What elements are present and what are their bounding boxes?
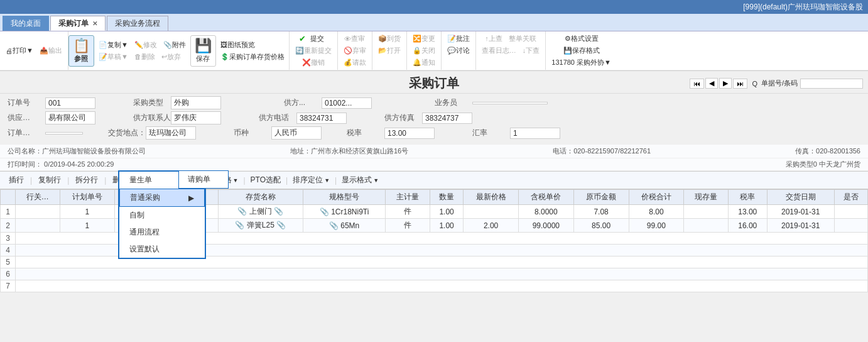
- nav-first-button[interactable]: ⏮: [690, 79, 704, 89]
- export-button[interactable]: 📤 输出: [36, 45, 65, 57]
- delete-button[interactable]: 🗑删除: [131, 51, 158, 63]
- open-icon: 📂: [378, 47, 387, 55]
- row-num-4: 4: [1, 245, 16, 256]
- toolbar-group-arrive: 📦到货 📂打开: [372, 31, 407, 70]
- tax-price-1: 8.0000: [518, 205, 573, 219]
- col-unit: 主计量: [386, 190, 430, 205]
- refer-label: 参照: [74, 54, 88, 63]
- col-latest-price: 最新价格: [464, 190, 519, 205]
- toolbar-group-print: 🖨 打印▼ 📤 输出: [0, 31, 68, 70]
- company-fax: 传真：020-82001356: [795, 146, 860, 156]
- change-button[interactable]: 🔀变更: [410, 33, 438, 45]
- order-status-label: 订单…: [8, 128, 45, 138]
- resubmit-button[interactable]: 🔄重新提交: [292, 45, 335, 57]
- modify-button[interactable]: ✏️修改: [131, 39, 160, 51]
- nav-next-button[interactable]: ▶: [719, 78, 732, 89]
- form-row-3: 订单… 交货地点： 珐玛珈公司 币种 人民币 税率 13.00 汇率 1: [8, 126, 860, 140]
- attach-button[interactable]: 📎附件: [160, 39, 189, 51]
- supplier-phone-label: 供方电话: [259, 113, 296, 123]
- row-relation-1: [16, 205, 60, 219]
- nav-search-input[interactable]: [800, 79, 863, 89]
- drawing-button[interactable]: 🖼图纸预览: [217, 39, 288, 51]
- copy-row-button[interactable]: 复制行: [33, 174, 66, 187]
- table-row: 6: [1, 268, 868, 280]
- company-address: 地址：广州市永和经济区黄旗山路16号: [290, 146, 408, 156]
- toolbar-group-change: 🔀变更 🔒关闭 🔔通知: [407, 31, 442, 70]
- close-icon[interactable]: ✕: [92, 20, 97, 27]
- format-setting-button[interactable]: ⚙格式设置: [561, 33, 602, 45]
- submit-button[interactable]: 提交: [307, 33, 327, 45]
- set-default-menu-item[interactable]: 设置默认: [119, 241, 205, 258]
- check-log-button[interactable]: 查看日志…: [479, 45, 519, 57]
- tax-rate-value: 13.00: [384, 128, 435, 139]
- save-button[interactable]: 💾 保存: [190, 35, 216, 67]
- purchase-req-menu-item[interactable]: 请购单: [179, 171, 228, 188]
- copy-icon: 📄: [99, 41, 107, 49]
- split-row-button[interactable]: 拆分行: [70, 174, 103, 187]
- row-num-2: 2: [1, 219, 16, 233]
- print-button[interactable]: 🖨 打印▼: [3, 45, 36, 57]
- nav-prev-button[interactable]: ◀: [705, 78, 718, 89]
- normal-purchase-menu-item[interactable]: 普通采购 ▶: [119, 189, 205, 207]
- pto-match-dropdown[interactable]: PTO选配: [247, 174, 285, 187]
- order-status-value: [45, 132, 83, 135]
- delivery-loc-value: 珐玛珈公司: [146, 126, 196, 140]
- comment-button[interactable]: 📝批注: [444, 33, 473, 45]
- draft-icon: 📝: [99, 53, 107, 61]
- cancel-submit-button[interactable]: ❌撤销: [299, 57, 328, 69]
- delivery-loc-label: 交货地点：: [108, 128, 146, 138]
- toolbar-group-nav: ↑上查 整单关联 查看日志… ↓下查: [476, 31, 546, 70]
- tab-purchase-order-label: 采购订单: [58, 18, 89, 29]
- toolbar-group-approve: 👁查审 🚫弃审 💰请款: [338, 31, 372, 70]
- spec-1: 📎 1Cr18Ni9Ti: [303, 205, 386, 219]
- request-pay-icon: 💰: [344, 58, 352, 67]
- tab-purchase-flow[interactable]: 采购业务流程: [107, 16, 168, 31]
- col-spec: 规格型号: [303, 190, 386, 205]
- display-format-dropdown[interactable]: 显示格式 ▼: [338, 174, 382, 187]
- exchange-rate-value: 1: [510, 128, 560, 139]
- sort-pos-dropdown[interactable]: 排序定位 ▼: [289, 174, 334, 187]
- company-name: 公司名称：广州珐玛珈智能设备股份有限公司: [8, 146, 146, 156]
- refer-button[interactable]: 📋 参照: [68, 35, 94, 67]
- nav-last-button[interactable]: ⏭: [733, 79, 747, 89]
- request-pay-button[interactable]: 💰请款: [340, 57, 369, 69]
- reject-button[interactable]: 🚫弃审: [340, 45, 369, 57]
- drawing-icon: 🖼: [220, 41, 227, 48]
- main-content: 量生单 普通采购 ▶ 自制 通用流程 设置默认 请购单: [0, 71, 868, 342]
- self-make-menu-item[interactable]: 自制: [119, 207, 205, 224]
- common-flow-menu-item[interactable]: 通用流程: [119, 224, 205, 241]
- copy-button[interactable]: 📄复制▼: [95, 39, 131, 51]
- supplier-contact-value: 罗伟庆: [171, 111, 221, 124]
- insert-row-button[interactable]: 插行: [4, 174, 29, 187]
- save-format-button[interactable]: 💾保存格式: [560, 45, 603, 57]
- format-select-button[interactable]: 131780 采购外协▼: [548, 57, 614, 69]
- toolbar-group-comment: 📝批注 💬讨论: [442, 31, 476, 70]
- tax-total-2: 99.00: [629, 219, 684, 233]
- discard-button[interactable]: ↩放弃: [158, 51, 184, 63]
- close-button[interactable]: 🔒关闭: [410, 45, 438, 57]
- order-price-button[interactable]: 💲采购订单存货价格: [217, 51, 288, 63]
- whole-link-button[interactable]: 整单关联: [506, 33, 540, 45]
- format-select-label: 131780 采购外协▼: [551, 58, 611, 67]
- submenu-arrow-icon: ▶: [188, 194, 194, 202]
- attach-icon: 📎: [163, 41, 172, 49]
- draft-button[interactable]: 📝草稿▼: [95, 51, 131, 63]
- up-check-button[interactable]: ↑上查: [482, 33, 506, 45]
- tab-home[interactable]: 我的桌面: [3, 16, 49, 31]
- approve-button[interactable]: 👁查审: [341, 33, 368, 45]
- tab-purchase-order[interactable]: 采购订单 ✕: [50, 16, 106, 31]
- sort-caret-icon: ▼: [324, 177, 330, 184]
- notify-button[interactable]: 🔔通知: [410, 57, 438, 69]
- down-check-button[interactable]: ↓下查: [519, 45, 543, 57]
- print-time: 打印时间： 0/2019-04-25 20:00:29: [8, 160, 114, 169]
- discuss-button[interactable]: 💬讨论: [444, 45, 473, 57]
- form-title: 采购订单: [409, 75, 459, 92]
- supplier-name-value: 易有限公司: [45, 111, 95, 124]
- orig-amt-2: 85.00: [573, 219, 629, 233]
- save-label: 保存: [196, 54, 210, 63]
- is-check-2: [834, 219, 867, 233]
- arrive-button[interactable]: 📦到货: [375, 33, 404, 45]
- open-button[interactable]: 📂打开: [375, 45, 404, 57]
- orig-amt-1: 7.08: [573, 205, 629, 219]
- row-relation-2: [16, 219, 60, 233]
